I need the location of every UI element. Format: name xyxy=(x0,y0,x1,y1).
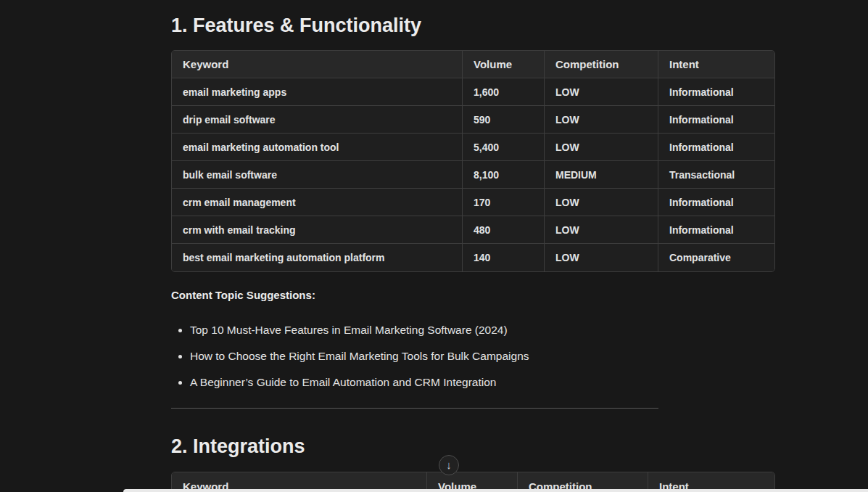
section-heading-features: 1. Features & Functionality xyxy=(171,13,421,38)
competition-cell: LOW xyxy=(545,78,658,106)
volume-cell: 170 xyxy=(463,189,545,216)
competition-cell: LOW xyxy=(545,134,658,161)
volume-cell: 590 xyxy=(463,106,545,134)
competition-cell: LOW xyxy=(545,244,658,271)
column-header-keyword: Keyword xyxy=(172,51,463,78)
volume-cell: 5,400 xyxy=(463,134,545,161)
intent-cell: Comparative xyxy=(658,244,774,271)
competition-cell: LOW xyxy=(545,106,658,134)
suggestion-item: Top 10 Must-Have Features in Email Marke… xyxy=(190,322,529,338)
competition-cell: LOW xyxy=(545,189,658,216)
intent-cell: Informational xyxy=(658,216,774,244)
intent-cell: Informational xyxy=(658,106,774,134)
column-header-intent: Intent xyxy=(658,51,774,78)
keyword-cell: crm with email tracking xyxy=(172,216,463,244)
keyword-cell: crm email management xyxy=(172,189,463,216)
scroll-to-bottom-button[interactable]: ↓ xyxy=(439,455,459,475)
volume-cell: 480 xyxy=(463,216,545,244)
keyword-cell: bulk email software xyxy=(172,161,463,189)
suggestion-item: How to Choose the Right Email Marketing … xyxy=(190,348,529,364)
suggestion-item: A Beginner’s Guide to Email Automation a… xyxy=(190,374,529,390)
keyword-cell: email marketing apps xyxy=(172,78,463,106)
competition-cell: MEDIUM xyxy=(545,161,658,189)
column-header-competition: Competition xyxy=(545,51,658,78)
chat-message-viewport: 1. Features & Functionality Keyword Volu… xyxy=(0,0,868,492)
message-input-top-edge[interactable] xyxy=(123,489,868,492)
intent-cell: Informational xyxy=(658,189,774,216)
keyword-cell: email marketing automation tool xyxy=(172,134,463,161)
volume-cell: 8,100 xyxy=(463,161,545,189)
column-header-volume: Volume xyxy=(463,51,545,78)
volume-cell: 140 xyxy=(463,244,545,271)
content-topic-suggestions-list: Top 10 Must-Have Features in Email Marke… xyxy=(175,322,529,401)
content-topic-suggestions-heading: Content Topic Suggestions: xyxy=(171,289,315,301)
keyword-cell: best email marketing automation platform xyxy=(172,244,463,271)
intent-cell: Transactional xyxy=(658,161,774,189)
keyword-table-features: Keyword Volume Competition Intent email … xyxy=(171,50,775,272)
section-divider xyxy=(171,408,658,409)
keyword-cell: drip email software xyxy=(172,106,463,134)
intent-cell: Informational xyxy=(658,78,774,106)
intent-cell: Informational xyxy=(658,134,774,161)
competition-cell: LOW xyxy=(545,216,658,244)
arrow-down-icon: ↓ xyxy=(446,459,452,471)
section-heading-integrations: 2. Integrations xyxy=(171,434,305,459)
volume-cell: 1,600 xyxy=(463,78,545,106)
